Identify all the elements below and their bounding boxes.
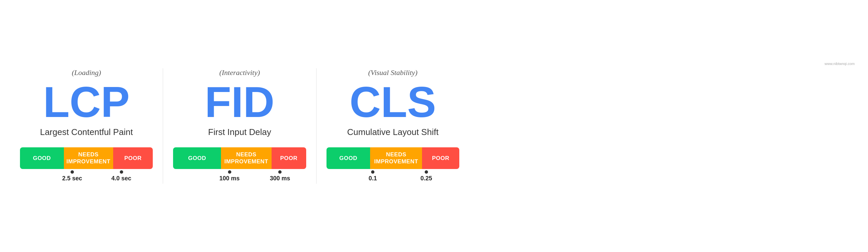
- lcp-bar-needs: NEEDSIMPROVEMENT: [64, 147, 113, 169]
- cls-bar-good: GOOD: [327, 147, 370, 169]
- cls-marker-dot-1: [425, 170, 428, 174]
- cls-category-label: (Visual Stability): [368, 68, 417, 77]
- lcp-scale-bar: GOODNEEDSIMPROVEMENTPOOR: [20, 147, 153, 169]
- fid-bar-poor: POOR: [272, 147, 306, 169]
- cls-scale-bar: GOODNEEDSIMPROVEMENTPOOR: [327, 147, 459, 169]
- metrics-container: (Loading)LCPLargest Contentful PaintGOOD…: [7, 58, 473, 194]
- lcp-category-label: (Loading): [72, 68, 101, 77]
- metric-card-cls: (Visual Stability)CLSCumulative Layout S…: [320, 68, 466, 184]
- cls-marker-1: 0.25: [421, 170, 432, 182]
- lcp-marker-dot-1: [120, 170, 123, 174]
- fid-bar-needs: NEEDSIMPROVEMENT: [221, 147, 272, 169]
- divider-0: [163, 68, 163, 184]
- fid-scale-container: GOODNEEDSIMPROVEMENTPOOR100 ms300 ms: [173, 147, 306, 184]
- cls-marker-dot-0: [371, 170, 374, 174]
- fid-marker-dot-1: [278, 170, 282, 174]
- lcp-marker-1: 4.0 sec: [112, 170, 131, 182]
- fid-marker-label-0: 100 ms: [219, 175, 240, 182]
- cls-marker-0: 0.1: [368, 170, 377, 182]
- cls-acronym: CLS: [349, 80, 436, 124]
- cls-name: Cumulative Layout Shift: [347, 127, 439, 137]
- fid-bar-good: GOOD: [173, 147, 221, 169]
- fid-scale-bar: GOODNEEDSIMPROVEMENTPOOR: [173, 147, 306, 169]
- fid-acronym: FID: [205, 80, 274, 124]
- lcp-marker-0: 2.5 sec: [62, 170, 82, 182]
- lcp-bar-poor: POOR: [113, 147, 153, 169]
- metric-card-fid: (Interactivity)FIDFirst Input DelayGOODN…: [166, 68, 312, 184]
- lcp-name: Largest Contentful Paint: [40, 127, 133, 137]
- lcp-markers: 2.5 sec4.0 sec: [20, 170, 153, 184]
- cls-scale-container: GOODNEEDSIMPROVEMENTPOOR0.10.25: [327, 147, 459, 184]
- fid-name: First Input Delay: [208, 127, 271, 137]
- fid-marker-dot-0: [228, 170, 231, 174]
- cls-marker-label-0: 0.1: [368, 175, 377, 182]
- fid-marker-label-1: 300 ms: [270, 175, 290, 182]
- fid-marker-1: 300 ms: [270, 170, 290, 182]
- cls-markers: 0.10.25: [327, 170, 459, 184]
- lcp-marker-label-1: 4.0 sec: [112, 175, 131, 182]
- metric-card-lcp: (Loading)LCPLargest Contentful PaintGOOD…: [13, 68, 159, 184]
- fid-category-label: (Interactivity): [219, 68, 260, 77]
- divider-1: [316, 68, 316, 184]
- lcp-acronym: LCP: [43, 80, 130, 124]
- lcp-bar-good: GOOD: [20, 147, 64, 169]
- lcp-scale-container: GOODNEEDSIMPROVEMENTPOOR2.5 sec4.0 sec: [20, 147, 153, 184]
- lcp-marker-dot-0: [70, 170, 74, 174]
- cls-marker-label-1: 0.25: [421, 175, 432, 182]
- cls-bar-needs: NEEDSIMPROVEMENT: [370, 147, 422, 169]
- fid-marker-0: 100 ms: [219, 170, 240, 182]
- fid-markers: 100 ms300 ms: [173, 170, 306, 184]
- cls-bar-poor: POOR: [422, 147, 459, 169]
- watermark: www.nibtwnqi.com: [825, 62, 855, 66]
- lcp-marker-label-0: 2.5 sec: [62, 175, 82, 182]
